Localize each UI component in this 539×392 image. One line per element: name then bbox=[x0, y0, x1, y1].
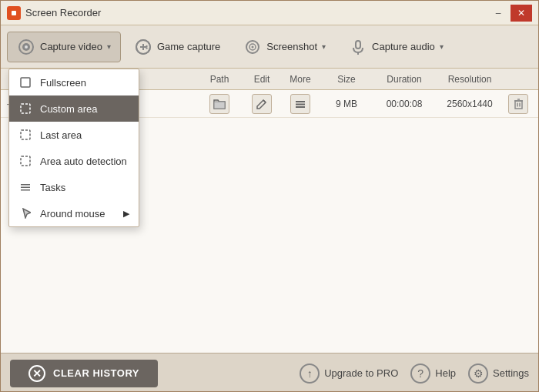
capture-audio-button[interactable]: Capture audio ▾ bbox=[339, 32, 454, 62]
upgrade-icon: ↑ bbox=[300, 364, 320, 384]
td-path bbox=[196, 94, 243, 114]
svg-rect-25 bbox=[21, 104, 30, 113]
capture-audio-icon bbox=[349, 38, 367, 56]
bottom-right-actions: ↑ Upgrade to PRO ? Help ⚙ Settings bbox=[300, 364, 529, 384]
more-button[interactable] bbox=[290, 94, 310, 114]
clear-history-icon: ✕ bbox=[28, 365, 45, 382]
th-size: Size bbox=[320, 74, 373, 85]
custom-area-icon bbox=[18, 102, 32, 116]
td-resolution: 2560x1440 bbox=[435, 99, 504, 109]
th-more: More bbox=[281, 74, 320, 85]
menu-item-around-mouse[interactable]: Around mouse ▶ bbox=[9, 200, 139, 226]
settings-action[interactable]: ⚙ Settings bbox=[468, 364, 529, 384]
capture-audio-arrow: ▾ bbox=[440, 42, 444, 51]
svg-point-10 bbox=[146, 47, 147, 49]
svg-rect-24 bbox=[21, 78, 30, 87]
menu-item-tasks[interactable]: Tasks bbox=[9, 174, 139, 200]
th-edit: Edit bbox=[243, 74, 281, 85]
menu-item-custom-area[interactable]: Custom area bbox=[9, 95, 139, 122]
delete-button[interactable] bbox=[508, 94, 528, 114]
svg-rect-16 bbox=[296, 101, 305, 102]
screenshot-icon bbox=[243, 38, 262, 56]
around-mouse-icon bbox=[18, 206, 32, 220]
area-auto-detection-icon bbox=[18, 154, 32, 168]
edit-button[interactable] bbox=[252, 94, 272, 114]
menu-item-last-area-label: Last area bbox=[40, 129, 82, 141]
bottom-bar: ✕ CLEAR HISTORY ↑ Upgrade to PRO ? Help … bbox=[1, 353, 538, 392]
close-button[interactable]: ✕ bbox=[511, 5, 532, 22]
capture-video-button[interactable]: Capture video ▾ bbox=[7, 32, 121, 62]
th-duration: Duration bbox=[373, 74, 435, 85]
screenshot-arrow: ▾ bbox=[322, 42, 326, 51]
svg-rect-19 bbox=[515, 101, 522, 109]
svg-point-13 bbox=[252, 45, 254, 48]
around-mouse-arrow-icon: ▶ bbox=[123, 209, 129, 219]
settings-label: Settings bbox=[493, 367, 529, 379]
app-title: Screen Recorder bbox=[25, 7, 101, 18]
upgrade-to-pro-action[interactable]: ↑ Upgrade to PRO bbox=[300, 364, 398, 384]
menu-item-last-area[interactable]: Last area bbox=[9, 122, 139, 148]
title-bar-left: Screen Recorder bbox=[7, 6, 101, 20]
svg-rect-29 bbox=[21, 187, 30, 189]
menu-item-area-auto-detection-label: Area auto detection bbox=[40, 156, 127, 167]
settings-icon: ⚙ bbox=[468, 364, 488, 384]
capture-video-arrow: ▾ bbox=[107, 42, 111, 51]
capture-video-dropdown: Fullscreen Custom area Last area bbox=[8, 69, 139, 227]
capture-video-label: Capture video bbox=[40, 41, 102, 52]
help-label: Help bbox=[435, 367, 456, 379]
th-resolution: Resolution bbox=[435, 74, 504, 85]
svg-rect-27 bbox=[21, 156, 30, 166]
title-bar: Screen Recorder – ✕ bbox=[1, 1, 538, 25]
capture-video-icon bbox=[17, 38, 35, 56]
menu-item-around-mouse-label: Around mouse bbox=[40, 208, 105, 219]
game-capture-label: Game capture bbox=[157, 41, 220, 52]
screenshot-label: Screenshot bbox=[266, 41, 317, 52]
svg-rect-1 bbox=[12, 11, 16, 15]
clear-history-button[interactable]: ✕ CLEAR HISTORY bbox=[10, 360, 158, 387]
last-area-icon bbox=[18, 128, 32, 142]
td-more bbox=[281, 94, 320, 114]
capture-audio-label: Capture audio bbox=[372, 41, 435, 52]
game-capture-icon bbox=[134, 38, 152, 56]
upgrade-label: Upgrade to PRO bbox=[324, 367, 398, 379]
td-edit bbox=[243, 94, 281, 114]
game-capture-button[interactable]: Game capture bbox=[124, 32, 230, 62]
svg-rect-26 bbox=[21, 130, 30, 139]
open-folder-button[interactable] bbox=[209, 94, 229, 114]
menu-item-area-auto-detection[interactable]: Area auto detection bbox=[9, 148, 139, 174]
svg-rect-28 bbox=[21, 184, 30, 186]
help-action[interactable]: ? Help bbox=[410, 364, 456, 384]
svg-rect-18 bbox=[296, 106, 305, 108]
svg-rect-17 bbox=[296, 103, 305, 105]
menu-item-custom-area-label: Custom area bbox=[40, 103, 97, 115]
title-bar-controls: – ✕ bbox=[487, 5, 532, 22]
app-icon bbox=[7, 6, 21, 20]
toolbar: Capture video ▾ Game capture Screenshot … bbox=[1, 25, 538, 69]
help-icon: ? bbox=[410, 364, 430, 384]
content-area: Path Edit More Size Duration Resolution … bbox=[1, 69, 538, 353]
td-duration: 00:00:08 bbox=[373, 99, 435, 109]
fullscreen-icon bbox=[18, 75, 32, 89]
minimize-button[interactable]: – bbox=[487, 5, 509, 22]
td-delete bbox=[504, 94, 532, 114]
svg-point-9 bbox=[146, 45, 147, 46]
screenshot-button[interactable]: Screenshot ▾ bbox=[233, 32, 336, 62]
svg-point-4 bbox=[25, 45, 28, 49]
clear-history-label: CLEAR HISTORY bbox=[53, 367, 139, 379]
svg-rect-30 bbox=[21, 189, 30, 191]
tasks-icon bbox=[18, 180, 32, 194]
menu-item-fullscreen-label: Fullscreen bbox=[40, 77, 86, 89]
th-path: Path bbox=[196, 74, 243, 85]
menu-item-fullscreen[interactable]: Fullscreen bbox=[9, 69, 139, 95]
menu-item-tasks-label: Tasks bbox=[40, 182, 65, 193]
svg-rect-14 bbox=[356, 41, 360, 49]
td-size: 9 MB bbox=[320, 99, 373, 109]
